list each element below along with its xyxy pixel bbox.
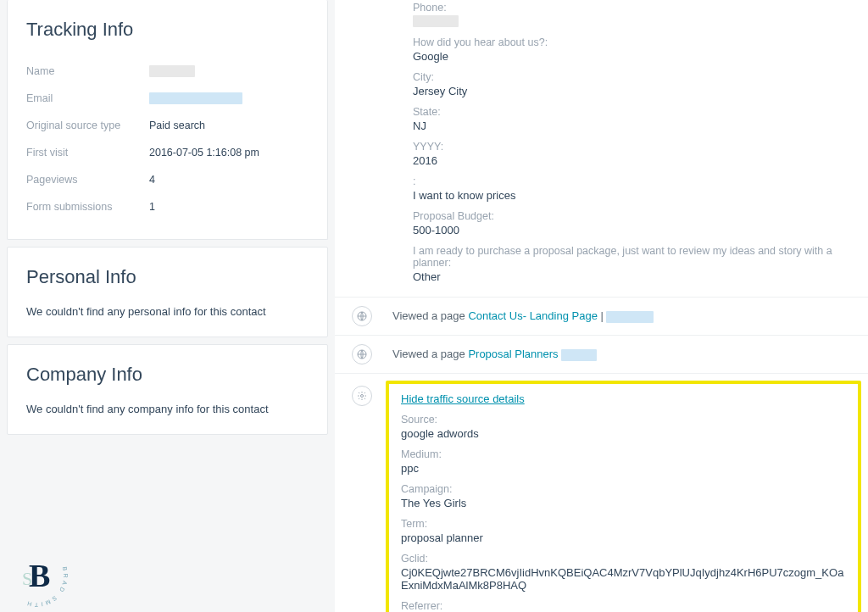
- phone-value: x: [413, 15, 868, 28]
- phone-label: Phone:: [413, 2, 868, 14]
- email-label: Email: [26, 92, 149, 104]
- company-info-empty: We couldn't find any company info for th…: [26, 403, 309, 415]
- pageviews-label: Pageviews: [26, 174, 149, 186]
- state-value: NJ: [413, 120, 868, 132]
- svg-text:S: S: [22, 568, 32, 589]
- first-visit-value: 2016-07-05 1:16:08 pm: [149, 147, 259, 159]
- name-value: x: [149, 65, 195, 77]
- city-value: Jersey City: [413, 85, 868, 97]
- personal-info-title: Personal Info: [26, 266, 309, 288]
- personal-info-card: Personal Info We couldn't find any perso…: [7, 247, 328, 337]
- redacted-value: x: [606, 311, 654, 323]
- svg-point-2: [361, 395, 364, 398]
- globe-icon: [352, 344, 372, 364]
- form-submissions-label: Form submissions: [26, 201, 149, 213]
- traffic-campaign-label: Campaign:: [401, 483, 846, 495]
- traffic-source-value: google adwords: [401, 427, 846, 440]
- ready-label: I am ready to purchase a proposal packag…: [413, 245, 868, 269]
- viewed-page-prefix: Viewed a page: [392, 348, 468, 360]
- tracking-info-title: Tracking Info: [26, 19, 309, 41]
- viewed-page-prefix: Viewed a page: [392, 309, 468, 322]
- tracking-info-card: Tracking Info Name x Email x Original so…: [7, 0, 328, 240]
- traffic-medium-label: Medium:: [401, 448, 846, 460]
- timeline-row: Viewed a page Proposal Planners x: [335, 335, 868, 373]
- name-label: Name: [26, 65, 149, 77]
- source-type-label: Original source type: [26, 120, 149, 131]
- traffic-term-label: Term:: [401, 518, 846, 530]
- traffic-gclid-value: Cj0KEQjwte27BRCM6vjIidHvnKQBEiQAC4MzrV7V…: [401, 566, 846, 592]
- blank-label: :: [413, 175, 868, 187]
- personal-info-empty: We couldn't find any personal info for t…: [26, 305, 309, 318]
- traffic-source-details: Hide traffic source details Source: goog…: [386, 381, 861, 612]
- yyyy-value: 2016: [413, 154, 868, 167]
- brad-smith-logo: BRAD SMITH B S: [3, 542, 70, 609]
- redacted-value: x: [561, 349, 597, 361]
- traffic-source-label: Source:: [401, 414, 846, 426]
- timeline-page-link[interactable]: Proposal Planners: [468, 348, 558, 360]
- traffic-gclid-label: Gclid:: [401, 553, 846, 565]
- budget-label: Proposal Budget:: [413, 210, 868, 222]
- hide-traffic-details-link[interactable]: Hide traffic source details: [401, 392, 525, 405]
- yyyy-label: YYYY:: [413, 141, 868, 153]
- first-visit-label: First visit: [26, 147, 149, 159]
- traffic-medium-value: ppc: [401, 462, 846, 475]
- timeline-page-link[interactable]: Contact Us- Landing Page: [468, 309, 597, 322]
- gear-icon: [352, 386, 372, 406]
- state-label: State:: [413, 106, 868, 118]
- blank-value: I want to know prices: [413, 189, 868, 202]
- source-type-value: Paid search: [149, 120, 205, 131]
- form-submission-details: Phone: x How did you hear about us?: Goo…: [335, 0, 868, 297]
- company-info-card: Company Info We couldn't find any compan…: [7, 344, 328, 435]
- budget-value: 500-1000: [413, 224, 868, 236]
- city-label: City:: [413, 71, 868, 83]
- traffic-campaign-value: The Yes Girls: [401, 497, 846, 509]
- form-submissions-value: 1: [149, 201, 155, 213]
- company-info-title: Company Info: [26, 364, 309, 386]
- hear-about-value: Google: [413, 50, 868, 63]
- hear-about-label: How did you hear about us?:: [413, 36, 868, 48]
- timeline-row: Viewed a page Contact Us- Landing Page |…: [335, 297, 868, 335]
- traffic-referrer-label: Referrer:: [401, 600, 846, 612]
- pageviews-value: 4: [149, 174, 155, 186]
- traffic-term-value: proposal planner: [401, 531, 846, 544]
- globe-icon: [352, 306, 372, 326]
- ready-value: Other: [413, 270, 868, 283]
- email-value: x: [149, 92, 242, 104]
